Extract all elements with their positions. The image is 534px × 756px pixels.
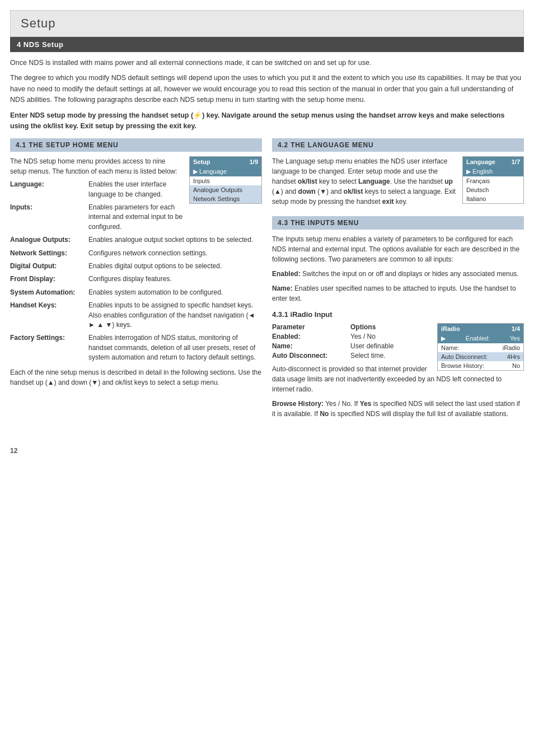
inputs-intro: The Inputs setup menu enables a variety …	[272, 234, 524, 264]
def-row-inputs: Inputs: Enables parameters for each inte…	[10, 203, 184, 232]
iradio-box-title: iRadio	[441, 325, 460, 332]
intro-paragraph1: Once NDS is installed with mains power a…	[10, 58, 524, 68]
page-footer: 12	[0, 441, 534, 460]
lang-menu-box-title: Language	[466, 158, 495, 165]
iradio-param-name: Name:	[272, 342, 350, 350]
lang-item-francais[interactable]: Français	[463, 176, 523, 185]
iradio-table-row-auto: Auto Disconnect: Select time.	[272, 352, 432, 360]
def-desc-front: Configures display features.	[88, 274, 262, 284]
intro-paragraph3: Enter NDS setup mode by pressing the han…	[10, 110, 524, 132]
iradio-param-auto: Auto Disconnect:	[272, 352, 350, 360]
iradio-col-param: Parameter	[272, 323, 350, 331]
def-desc-factory: Enables interrogation of NDS status, mon…	[88, 333, 262, 362]
lang-menu-box-number: 1/7	[512, 158, 520, 165]
section42-header: 4.2 The Language Menu	[272, 138, 524, 152]
def-term-language: Language:	[10, 180, 88, 199]
def-row-handset: Handset Keys: Enables inputs to be assig…	[10, 301, 262, 330]
section41-header: 4.1 The Setup Home Menu	[10, 138, 262, 152]
browse-history-text: Browse History: Yes / No. If Yes is spec…	[272, 399, 524, 419]
section42-col: 4.2 The Language Menu Language 1/7 ▶ Eng…	[272, 138, 524, 423]
iradio-row-browse-history[interactable]: Browse History: No	[438, 361, 523, 370]
section41-content: Setup 1/9 ▶ Language Inputs Analogue Out…	[10, 156, 262, 390]
iradio-arrow-icon: ▶	[441, 335, 446, 342]
inputs-name: Name: Enables user specified names to be…	[272, 283, 524, 304]
def-term-network: Network Settings:	[10, 249, 88, 258]
def-desc-inputs: Enables parameters for each internal and…	[88, 203, 184, 232]
menu-item-language[interactable]: ▶ Language	[190, 167, 261, 176]
def-term-analogue: Analogue Outputs:	[10, 235, 88, 245]
two-column-layout: 4.1 The Setup Home Menu Setup 1/9 ▶ Lang…	[10, 138, 524, 423]
iradio-option-name: User definable	[350, 342, 432, 350]
def-row-language: Language: Enables the user interface lan…	[10, 180, 184, 199]
def-term-inputs: Inputs:	[10, 203, 88, 232]
def-desc-digital: Enables digital output options to be sel…	[88, 262, 262, 271]
section42-content: Language 1/7 ▶ English Français Deutsch …	[272, 156, 524, 207]
definition-list: Language: Enables the user interface lan…	[10, 180, 262, 362]
iradio-box-header: iRadio 1/4	[438, 324, 523, 334]
iradio-table-row-name: Name: User definable	[272, 342, 432, 350]
def-term-front: Front Display:	[10, 274, 88, 284]
iradio-col-option: Options	[350, 323, 432, 331]
section41-footer: Each of the nine setup menus is describe…	[10, 367, 262, 388]
language-menu-box-header: Language 1/7	[463, 157, 523, 167]
setup-menu-box-number: 1/9	[250, 158, 258, 165]
page-title: Setup	[21, 16, 513, 31]
section4-header: 4 NDS Setup	[10, 37, 524, 52]
lang-item-english[interactable]: ▶ English	[463, 167, 523, 176]
def-term-factory: Factory Settings:	[10, 333, 88, 362]
lang-item-italiano[interactable]: Italiano	[463, 194, 523, 203]
def-desc-system: Enables system automation to be configur…	[88, 288, 262, 297]
menu-item-analogue[interactable]: Analogue Outputs	[190, 185, 261, 194]
iradio-table-row-enabled: Enabled: Yes / No	[272, 333, 432, 340]
setup-menu-box: Setup 1/9 ▶ Language Inputs Analogue Out…	[189, 156, 262, 204]
inputs-section: The Inputs setup menu enables a variety …	[272, 234, 524, 304]
lang-arrow-icon: ▶	[466, 168, 472, 175]
iradio-table-header: Parameter Options	[272, 323, 432, 331]
def-row-network: Network Settings: Configures network con…	[10, 249, 262, 258]
def-term-digital: Digital Output:	[10, 262, 88, 271]
arrow-icon: ▶	[193, 168, 199, 175]
def-row-factory: Factory Settings: Enables interrogation …	[10, 333, 262, 362]
iradio-row-name[interactable]: Name: iRadio	[438, 343, 523, 352]
section43-container: 4.3 The Inputs Menu The Inputs setup men…	[272, 216, 524, 423]
def-row-front: Front Display: Configures display featur…	[10, 274, 262, 284]
setup-menu-box-title: Setup	[193, 158, 210, 165]
iradio-row-enabled[interactable]: ▶ Enabled: Yes	[438, 334, 523, 343]
setup-menu-box-header: Setup 1/9	[190, 157, 261, 167]
page-header: Setup	[10, 10, 524, 37]
def-desc-network: Configures network connection settings.	[88, 249, 262, 258]
iradio-param-enabled: Enabled:	[272, 333, 350, 340]
def-desc-handset: Enables inputs to be assigned to specifi…	[88, 301, 262, 330]
def-desc-language: Enables the user interface language to b…	[88, 180, 184, 199]
menu-item-network[interactable]: Network Settings	[190, 194, 261, 203]
section41-col: 4.1 The Setup Home Menu Setup 1/9 ▶ Lang…	[10, 138, 262, 423]
iradio-option-enabled: Yes / No	[350, 333, 432, 340]
def-desc-analogue: Enables analogue output socket options t…	[88, 235, 262, 245]
section43-header: 4.3 The Inputs Menu	[272, 216, 524, 230]
page-number: 12	[10, 447, 17, 455]
intro-paragraph2: The degree to which you modify NDS defau…	[10, 73, 524, 105]
iradio-section: 4.3.1 iRadio Input iRadio 1/4 ▶ Enabled:…	[272, 310, 524, 423]
inputs-enabled: Enabled: Switches the input on or off an…	[272, 269, 524, 279]
def-row-system: System Automation: Enables system automa…	[10, 288, 262, 297]
iradio-menu-box: iRadio 1/4 ▶ Enabled: Yes Name: iRadio	[437, 323, 524, 371]
def-row-analogue: Analogue Outputs: Enables analogue outpu…	[10, 235, 262, 245]
main-content: 4 NDS Setup Once NDS is installed with m…	[0, 37, 534, 441]
menu-item-inputs[interactable]: Inputs	[190, 176, 261, 185]
def-row-digital: Digital Output: Enables digital output o…	[10, 262, 262, 271]
iradio-title: 4.3.1 iRadio Input	[272, 310, 524, 319]
iradio-content: iRadio 1/4 ▶ Enabled: Yes Name: iRadio	[272, 323, 524, 423]
iradio-box-number: 1/4	[512, 325, 520, 332]
iradio-option-auto: Select time.	[350, 352, 432, 360]
def-term-handset: Handset Keys:	[10, 301, 88, 330]
lang-item-deutsch[interactable]: Deutsch	[463, 185, 523, 194]
language-menu-box: Language 1/7 ▶ English Français Deutsch …	[462, 156, 524, 204]
def-term-system: System Automation:	[10, 288, 88, 297]
iradio-row-auto-disconnect[interactable]: Auto Disconnect: 4Hrs	[438, 352, 523, 361]
